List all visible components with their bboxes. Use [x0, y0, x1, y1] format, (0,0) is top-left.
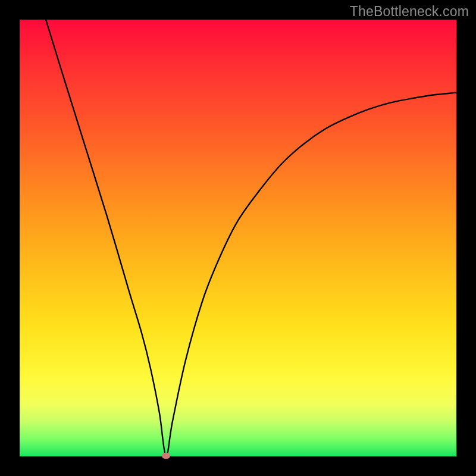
bottleneck-curve — [20, 20, 456, 456]
chart-frame: TheBottleneck.com — [0, 0, 476, 476]
watermark-text: TheBottleneck.com — [350, 4, 469, 20]
plot-area — [20, 20, 456, 456]
minimum-marker — [162, 453, 170, 459]
